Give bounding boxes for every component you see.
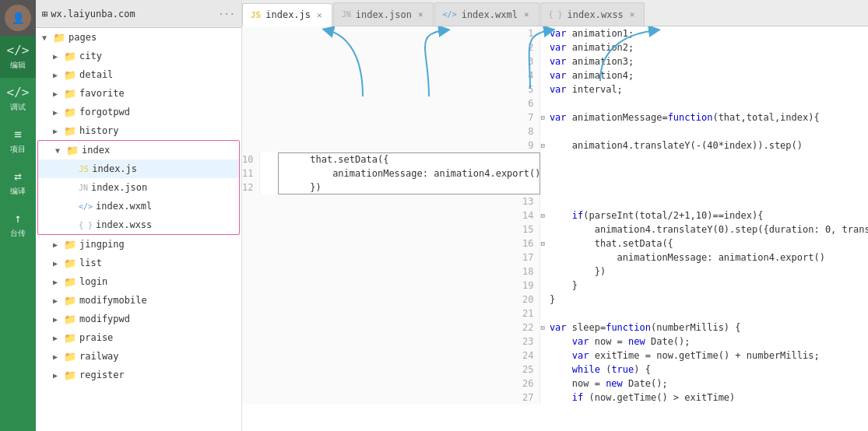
sidebar-item-editor[interactable]: </> 编辑 xyxy=(0,36,36,78)
login-label: login xyxy=(79,276,107,287)
arrow-icon: ▶ xyxy=(53,352,61,361)
tab-index-wxml[interactable]: </> index.wxml ✕ xyxy=(434,2,539,26)
line-num: 13 xyxy=(242,194,540,208)
sidebar-item-project[interactable]: ≡ 项目 xyxy=(0,120,36,162)
tab-close-json[interactable]: ✕ xyxy=(416,9,425,19)
line-num: 26 xyxy=(242,377,540,391)
arrow-icon: ▼ xyxy=(42,33,50,42)
line-content: var animation2; xyxy=(545,40,868,54)
line-num: 2 xyxy=(242,40,540,54)
folder-icon: 📁 xyxy=(64,239,76,251)
editor-label: 编辑 xyxy=(10,60,26,71)
code-editor[interactable]: 1 var animation1; 2 var animation2; 3 va… xyxy=(242,26,868,431)
tree-item-jingping[interactable]: ▶ 📁 jingping xyxy=(36,235,241,254)
tree-item-list[interactable]: ▶ 📁 list xyxy=(36,254,241,272)
tree-item-index-wxss[interactable]: { } index.wxss xyxy=(38,216,239,234)
railway-label: railway xyxy=(79,351,119,362)
arrow-icon: ▶ xyxy=(53,334,61,342)
sidebar-item-compile[interactable]: ⇄ 编译 xyxy=(0,162,36,204)
index-js-label: index.js xyxy=(92,163,137,174)
line-content: var sleep=function(numberMillis) { xyxy=(545,321,868,335)
tab-index-js[interactable]: JS index.js ✕ xyxy=(242,3,332,26)
tree-item-login[interactable]: ▶ 📁 login xyxy=(36,272,241,291)
js-file-icon: JS xyxy=(79,164,89,174)
code-line-11: 11 animationMessage: animation4.export() xyxy=(242,166,540,180)
tree-item-forgotpwd[interactable]: ▶ 📁 forgotpwd xyxy=(36,103,241,121)
menu-icon: ≡ xyxy=(14,127,22,142)
wxml-file-icon: </> xyxy=(79,202,93,211)
line-content xyxy=(545,96,868,110)
line-content: that.setData({ xyxy=(545,237,868,251)
tree-item-praise[interactable]: ▶ 📁 praise xyxy=(36,328,241,347)
code-line-7: 7 ⊟ var animationMessage=function(that,t… xyxy=(242,110,868,124)
tab-index-wxml-label: index.wxml xyxy=(462,9,518,20)
line-num: 7 xyxy=(242,110,540,124)
code-line-6: 6 xyxy=(242,96,868,110)
modifymobile-label: modifymobile xyxy=(79,295,147,306)
line-content xyxy=(545,307,868,321)
arrow-icon: ▶ xyxy=(53,259,61,268)
site-name: wx.laiyunba.com xyxy=(51,9,135,19)
highlight-region: 10 that.setData({ 11 animationMessage: a… xyxy=(242,152,540,194)
wxml-tab-icon: </> xyxy=(443,10,457,19)
arrow-icon: ▶ xyxy=(53,278,61,286)
code-line-4: 4 var animation4; xyxy=(242,68,868,82)
tree-item-modifymobile[interactable]: ▶ 📁 modifymobile xyxy=(36,291,241,310)
tab-index-json[interactable]: JN index.json ✕ xyxy=(333,2,434,26)
code-lines: 1 var animation1; 2 var animation2; 3 va… xyxy=(242,26,868,405)
line-content xyxy=(545,194,868,208)
tab-close-wxml[interactable]: ✕ xyxy=(522,9,531,19)
tree-item-index[interactable]: ▼ 📁 index xyxy=(38,141,239,159)
line-content: }) xyxy=(260,180,540,194)
line-content: var interval; xyxy=(545,82,868,96)
code-line-20: 20 } xyxy=(242,293,868,307)
tree-item-detail[interactable]: ▶ 📁 detail xyxy=(36,65,241,84)
line-content: if(parseInt(total/2+1,10)==index){ xyxy=(545,208,868,223)
tree-item-pages[interactable]: ▼ 📁 pages xyxy=(36,28,241,47)
tab-index-wxss[interactable]: { } index.wxss ✕ xyxy=(540,2,645,26)
tree-item-city[interactable]: ▶ 📁 city xyxy=(36,47,241,65)
index-wxss-label: index.wxss xyxy=(96,219,152,230)
json-file-icon: JN xyxy=(79,184,88,192)
translate-icon: ⇄ xyxy=(14,169,22,184)
editor-tabs: JS index.js ✕ JN index.json ✕ </> index.… xyxy=(242,0,868,26)
sidebar-item-upload[interactable]: ↑ 台传 xyxy=(0,204,36,246)
line-num: 9 xyxy=(242,138,540,152)
tab-close-js[interactable]: ✕ xyxy=(315,10,324,20)
code-line-25: 25 while (true) { xyxy=(242,363,868,377)
more-icon[interactable]: ··· xyxy=(218,9,235,19)
tree-item-history[interactable]: ▶ 📁 history xyxy=(36,121,241,140)
tree-item-favorite[interactable]: ▶ 📁 favorite xyxy=(36,84,241,103)
tab-index-wxss-label: index.wxss xyxy=(568,9,624,20)
code-line-19: 19 } xyxy=(242,279,868,293)
tree-item-index-json[interactable]: JN index.json xyxy=(38,178,239,197)
tree-label: pages xyxy=(69,32,97,43)
line-content: now = new Date(); xyxy=(545,377,868,391)
folder-icon: 📁 xyxy=(53,32,65,44)
arrow-icon: ▶ xyxy=(53,371,61,380)
line-num: 21 xyxy=(242,307,540,321)
code-line-17: 17 animationMessage: animation4.export() xyxy=(242,251,868,265)
tree-item-modifypwd[interactable]: ▶ 📁 modifypwd xyxy=(36,310,241,328)
sidebar-item-debug[interactable]: </> 调试 xyxy=(0,78,36,120)
line-content xyxy=(545,124,868,138)
tab-close-wxss[interactable]: ✕ xyxy=(628,9,637,19)
tree-item-register[interactable]: ▶ 📁 register xyxy=(36,366,241,384)
arrow-icon: ▼ xyxy=(55,146,63,155)
folder-icon: 📁 xyxy=(64,69,76,81)
arrow-icon: ▶ xyxy=(53,71,61,79)
line-content: animationMessage: animation4.export() xyxy=(545,251,868,265)
tree-item-index-wxml[interactable]: </> index.wxml xyxy=(38,197,239,216)
tree-item-index-js[interactable]: JS index.js xyxy=(38,159,239,178)
js-tab-icon: JS xyxy=(251,10,261,20)
index-folder-label: index xyxy=(82,145,110,156)
code-line-15: 15 animation4.translateY(0).step({durati… xyxy=(242,223,868,237)
arrow-icon: ▶ xyxy=(53,296,61,305)
tab-index-json-label: index.json xyxy=(356,9,412,20)
tree-item-railway[interactable]: ▶ 📁 railway xyxy=(36,347,241,366)
folder-icon: 📁 xyxy=(64,125,76,137)
code-line-8: 8 xyxy=(242,124,868,138)
line-num: 1 xyxy=(242,26,540,40)
debug-label: 调试 xyxy=(10,102,26,113)
avatar[interactable]: 👤 xyxy=(0,0,36,36)
